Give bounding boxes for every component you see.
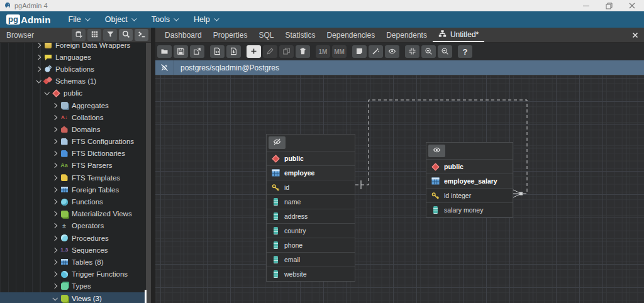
close-tab-icon[interactable] bbox=[632, 28, 638, 42]
chevron-right-icon[interactable] bbox=[36, 43, 41, 48]
chevron-right-icon[interactable] bbox=[52, 187, 57, 192]
tree-scrollbar[interactable] bbox=[146, 43, 151, 303]
many-to-many-button[interactable]: MM bbox=[332, 45, 347, 58]
column-row[interactable]: phone bbox=[267, 238, 355, 252]
chevron-right-icon[interactable] bbox=[52, 114, 57, 119]
minimize-button[interactable] bbox=[583, 3, 589, 9]
chevron-down-icon[interactable] bbox=[52, 295, 57, 300]
panel-resize-sash[interactable] bbox=[151, 28, 155, 303]
edit-table-button[interactable] bbox=[263, 45, 277, 58]
close-window-button[interactable] bbox=[629, 3, 635, 9]
chevron-right-icon[interactable] bbox=[52, 139, 57, 144]
erd-table-employee[interactable]: publicemployeeidnameaddresscountryphonee… bbox=[266, 134, 355, 282]
tree-item-public[interactable]: public bbox=[0, 87, 151, 99]
tree-item-publications[interactable]: Publications bbox=[0, 63, 151, 75]
tree-item-aggregates[interactable]: Aggregates bbox=[0, 99, 151, 111]
tab-statistics[interactable]: Statistics bbox=[279, 28, 321, 42]
tree-scrollbar-thumb[interactable] bbox=[145, 290, 147, 303]
clone-table-button[interactable] bbox=[279, 45, 294, 58]
chevron-right-icon[interactable] bbox=[52, 127, 57, 132]
chevron-down-icon[interactable] bbox=[36, 78, 41, 83]
show-details-button[interactable] bbox=[385, 45, 399, 58]
chevron-right-icon[interactable] bbox=[52, 175, 57, 180]
tree-item-fts-dictionaries[interactable]: FTS Dictionaries bbox=[0, 148, 151, 160]
add-table-button[interactable] bbox=[247, 45, 261, 58]
tree-item-materialized-views[interactable]: Materialized Views bbox=[0, 208, 151, 220]
open-file-button[interactable] bbox=[157, 45, 172, 58]
chevron-right-icon[interactable] bbox=[52, 260, 57, 265]
tree-item-views-3[interactable]: Views (3) bbox=[0, 292, 151, 303]
chevron-down-icon[interactable] bbox=[44, 90, 49, 95]
query-tool-button[interactable] bbox=[135, 29, 148, 41]
chevron-right-icon[interactable] bbox=[36, 67, 41, 72]
tree-item-operators[interactable]: ±Operators bbox=[0, 220, 151, 232]
menu-tools[interactable]: Tools bbox=[152, 15, 177, 24]
tree-item-schemas-1[interactable]: Schemas (1) bbox=[0, 75, 151, 87]
aggregates-icon bbox=[60, 101, 69, 109]
chevron-right-icon[interactable] bbox=[52, 235, 57, 240]
toggle-details-button[interactable] bbox=[269, 136, 286, 149]
toggle-details-button[interactable] bbox=[428, 145, 445, 157]
chevron-right-icon[interactable] bbox=[52, 284, 57, 289]
column-row[interactable]: id integer bbox=[426, 188, 513, 202]
tree-item-procedures[interactable]: Procedures bbox=[0, 232, 151, 244]
chevron-right-icon[interactable] bbox=[36, 55, 41, 60]
chevron-right-icon[interactable] bbox=[52, 199, 57, 204]
tab-dependencies[interactable]: Dependencies bbox=[321, 28, 380, 42]
zoom-out-button[interactable] bbox=[438, 45, 452, 58]
tree-item-sequences[interactable]: 1..3Sequences bbox=[0, 244, 151, 256]
save-button[interactable] bbox=[174, 45, 188, 58]
zoom-in-button[interactable] bbox=[421, 45, 436, 58]
tab-dependents[interactable]: Dependents bbox=[380, 28, 433, 42]
tree-item-foreign-tables[interactable]: Foreign Tables bbox=[0, 184, 151, 196]
properties-grid-button[interactable] bbox=[87, 29, 101, 41]
tab-dashboard[interactable]: Dashboard bbox=[159, 28, 208, 42]
tab-untitled[interactable]: Untitled* bbox=[433, 28, 484, 42]
one-to-many-button[interactable]: 1M bbox=[316, 45, 330, 58]
tree-item-domains[interactable]: Domains bbox=[0, 123, 151, 135]
tree-item-collations[interactable]: A↓Collations bbox=[0, 111, 151, 123]
chevron-right-icon[interactable] bbox=[52, 151, 57, 156]
download-image-button[interactable] bbox=[226, 45, 241, 58]
chevron-right-icon[interactable] bbox=[52, 163, 57, 168]
tree-item-tables-8[interactable]: Tables (8) bbox=[0, 256, 151, 268]
chevron-right-icon[interactable] bbox=[52, 211, 57, 216]
help-button[interactable]: ? bbox=[458, 45, 472, 58]
tree-item-fts-configurations[interactable]: FTS Configurations bbox=[0, 136, 151, 148]
column-row[interactable]: address bbox=[267, 209, 355, 223]
tab-properties[interactable]: Properties bbox=[208, 28, 253, 42]
database-button[interactable] bbox=[72, 29, 86, 41]
tree-item-foreign-data-wrappers[interactable]: Foreign Data Wrappers bbox=[0, 43, 151, 51]
column-row[interactable]: name bbox=[267, 194, 355, 209]
column-row[interactable]: email bbox=[267, 252, 355, 267]
filter-button[interactable] bbox=[103, 29, 117, 41]
menu-file[interactable]: File bbox=[69, 15, 89, 24]
chevron-right-icon[interactable] bbox=[52, 248, 57, 253]
generate-sql-button[interactable] bbox=[210, 45, 225, 58]
tab-sql[interactable]: SQL bbox=[253, 28, 279, 42]
column-row[interactable]: website bbox=[267, 267, 355, 281]
menu-help[interactable]: Help bbox=[194, 15, 218, 24]
tree-item-types[interactable]: Types bbox=[0, 280, 151, 292]
zoom-to-fit-button[interactable] bbox=[405, 45, 419, 58]
column-row[interactable]: salary money bbox=[426, 202, 513, 217]
menu-object[interactable]: Object bbox=[105, 15, 135, 24]
tree-item-functions[interactable]: Functions bbox=[0, 196, 151, 207]
tree-item-languages[interactable]: Languages bbox=[0, 51, 151, 63]
chevron-right-icon[interactable] bbox=[52, 102, 57, 107]
restore-button[interactable] bbox=[606, 3, 613, 9]
erd-table-employee_salary[interactable]: publicemployee_salaryid integersalary mo… bbox=[426, 142, 513, 218]
column-row[interactable]: country bbox=[267, 223, 355, 238]
chevron-right-icon[interactable] bbox=[52, 272, 57, 277]
save-as-button[interactable] bbox=[190, 45, 204, 58]
chevron-right-icon[interactable] bbox=[52, 223, 57, 228]
erd-canvas[interactable]: publicemployeeidnameaddresscountryphonee… bbox=[155, 75, 644, 303]
drop-table-button[interactable] bbox=[296, 45, 310, 58]
search-button[interactable] bbox=[119, 29, 133, 41]
auto-align-button[interactable] bbox=[369, 45, 383, 58]
tree-item-fts-templates[interactable]: FTS Templates bbox=[0, 172, 151, 184]
tree-item-trigger-functions[interactable]: Trigger Functions bbox=[0, 268, 151, 280]
add-note-button[interactable] bbox=[352, 45, 367, 58]
tree-item-fts-parsers[interactable]: AaFTS Parsers bbox=[0, 160, 151, 172]
column-row[interactable]: id bbox=[267, 180, 355, 194]
